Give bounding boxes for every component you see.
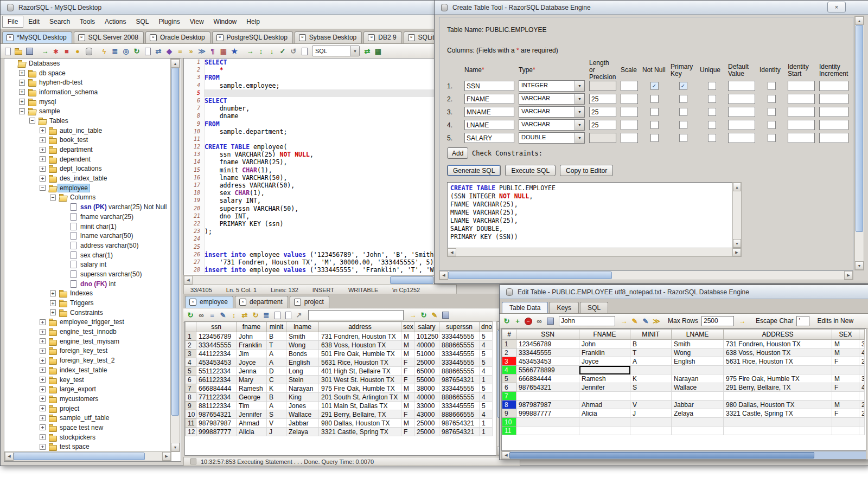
cell[interactable]: 4 (480, 341, 493, 350)
row-number[interactable]: 2 (502, 348, 516, 357)
expand-icon[interactable]: + (19, 89, 25, 95)
identity-checkbox[interactable] (768, 121, 776, 129)
tree-item-constraints[interactable]: +Constraints (4, 308, 181, 318)
table-row[interactable]: 1123456789JohnBSmith731 Fondren, Houston… (186, 332, 493, 341)
re-execute-icon[interactable]: ↻ (186, 311, 195, 320)
expand-icon[interactable]: + (50, 309, 56, 315)
identity-checkbox[interactable] (768, 82, 776, 90)
fetch-icon[interactable]: ↓ (267, 47, 277, 56)
cell[interactable]: 5566778899 (516, 366, 579, 374)
cell[interactable]: 881122334 (196, 402, 237, 410)
cell[interactable]: 975 Fire Oak, Humble TX (319, 384, 401, 393)
cell[interactable]: 401 High St, Bellaire TX (319, 367, 401, 376)
cell[interactable]: Narayan (672, 374, 724, 383)
results-column-address[interactable]: address (319, 322, 401, 332)
expand-icon[interactable]: + (40, 127, 46, 133)
cell[interactable]: F (832, 383, 859, 392)
cell[interactable]: F (832, 357, 859, 366)
transpose-icon[interactable]: ⇄ (240, 311, 250, 320)
cell[interactable]: 123456789 (196, 332, 237, 341)
cell[interactable]: A (267, 350, 286, 358)
expand-icon[interactable]: + (50, 290, 56, 296)
cell[interactable]: B (267, 393, 286, 402)
cell[interactable]: D (267, 367, 286, 376)
edit-results-icon[interactable]: ✎ (218, 311, 228, 320)
cell[interactable]: 987987987 (196, 419, 237, 428)
column-type-select[interactable]: VARCHAR▼ (519, 106, 585, 118)
scroll-down-arrow[interactable]: ▼ (171, 443, 180, 451)
unique-checkbox[interactable] (708, 108, 716, 116)
expand-icon[interactable]: + (40, 348, 46, 354)
cell[interactable]: 5 (480, 384, 493, 393)
tree-item-book-test[interactable]: +book_test (4, 135, 181, 145)
report-icon[interactable] (272, 311, 282, 320)
tree-item-engine-test-myisam[interactable]: +engine_test_myisam (4, 337, 181, 346)
table-row[interactable]: 4453453453JoyceAEnglish5631 Rice, Housto… (186, 358, 493, 367)
cell[interactable]: 980 Dallas, Houston TX (724, 401, 832, 409)
cell[interactable]: S (630, 383, 672, 392)
tree-item-sample-utf-table[interactable]: +sample_utf_table (4, 413, 181, 423)
cell[interactable] (579, 418, 630, 427)
refresh-table-icon[interactable]: ↻ (502, 316, 512, 326)
editor-line-14[interactable]: 14 fname VARCHAR(25), (184, 158, 443, 166)
cell[interactable]: J (267, 428, 286, 436)
cell[interactable]: M (401, 402, 414, 410)
generated-sql-box[interactable]: CREATE TABLE PUBLIC.EMPLOYEE(SSN INTEGER… (447, 182, 738, 250)
editor-line-1[interactable]: 1SELECT (184, 59, 443, 66)
cell[interactable] (672, 366, 724, 374)
scroll-thumb[interactable] (171, 68, 179, 416)
tree-item-triggers[interactable]: +Triggers (4, 298, 181, 308)
unique-checkbox[interactable] (708, 82, 716, 90)
editor-line-12[interactable]: 12CREATE TABLE employee( (184, 143, 443, 151)
column-name-input[interactable] (464, 94, 514, 104)
cell[interactable]: F (401, 410, 414, 419)
cell[interactable]: 3321 Castle, Spring TX (319, 428, 401, 436)
editor-line-9[interactable]: 9FROM (184, 120, 443, 128)
length-input[interactable] (589, 120, 616, 130)
tree-item-lname-varchar-50-[interactable]: lname varchar(50) (4, 231, 181, 241)
expand-icon[interactable]: + (19, 70, 25, 76)
column-name-input[interactable] (464, 133, 514, 143)
expand-icon[interactable]: + (50, 300, 56, 306)
cell[interactable]: 38000 (414, 384, 439, 393)
editor-line-18[interactable]: 18 sex CHAR(1), (184, 189, 443, 197)
rollback-icon[interactable]: ↺ (289, 47, 298, 56)
results-search-input[interactable] (308, 310, 404, 320)
connection-tab-db2-9[interactable]: ×DB2 9 (363, 31, 401, 43)
cell[interactable]: 638 Voss, Houston TX (319, 341, 401, 350)
cell[interactable]: 333445555 (439, 332, 480, 341)
find-icon[interactable]: ◎ (121, 47, 131, 56)
row-number[interactable]: 9 (502, 409, 516, 418)
search-next-icon[interactable]: → (408, 311, 418, 320)
connection-key-icon[interactable]: ● (73, 47, 82, 56)
delete-row-icon[interactable] (524, 316, 533, 326)
row-number[interactable]: 4 (502, 366, 516, 374)
close-tab-icon[interactable]: × (408, 34, 415, 41)
cell[interactable]: Zelaya (672, 409, 724, 418)
tree-item-address-varchar-50-[interactable]: address varchar(50) (4, 241, 181, 250)
cell[interactable] (859, 366, 865, 374)
editor-line-28[interactable]: 28insert into employee values ('33344555… (184, 266, 443, 274)
cell[interactable]: 771122334 (196, 393, 237, 402)
edit-column-lname[interactable]: LNAME (672, 330, 724, 340)
cell[interactable]: 731 Fondren, Houston TX (319, 332, 401, 341)
expand-icon[interactable]: + (40, 156, 46, 162)
expand-icon[interactable]: + (40, 405, 46, 411)
cell[interactable]: Narayan (286, 384, 319, 393)
cell[interactable]: 123456789 (516, 340, 579, 348)
scroll-thumb[interactable] (856, 25, 863, 232)
identity-increment-input[interactable] (819, 81, 848, 91)
cell[interactable]: 43000 (414, 410, 439, 419)
add-row-icon[interactable]: + (513, 316, 522, 326)
scroll-right-arrow[interactable]: ▶ (162, 452, 171, 461)
cell[interactable]: Wong (672, 348, 724, 357)
new-file-icon[interactable] (3, 47, 12, 56)
save-icon[interactable] (24, 47, 34, 56)
editor-hscrollbar[interactable]: ◀ (183, 275, 435, 285)
cell[interactable]: 40000 (414, 393, 439, 402)
default-value-input[interactable] (728, 133, 755, 143)
scroll-up-arrow[interactable]: ▲ (855, 16, 864, 25)
expand-icon[interactable]: + (40, 137, 46, 143)
cell[interactable]: 333445555 (196, 341, 237, 350)
length-input[interactable] (589, 107, 616, 117)
